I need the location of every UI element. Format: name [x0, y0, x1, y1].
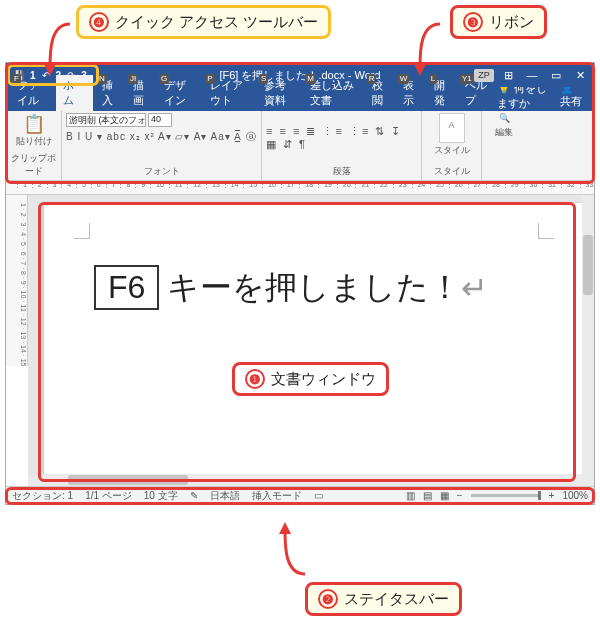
spellcheck-icon[interactable]: ✎: [190, 490, 198, 501]
status-insert-mode[interactable]: 挿入モード: [252, 489, 302, 503]
ribbon-group-paragraph: ≡ ≡ ≡ ≣ ⋮≡ ⋮≡ ⇅ ↧ ▦ ⇵ ¶ 段落: [262, 111, 422, 180]
callout-number-4: ❹: [89, 12, 109, 32]
status-page[interactable]: 1/1 ページ: [85, 489, 132, 503]
word-window: 💾1 ↶2 ↷3 [F6] を押しました！.docx - Word ZP ⊞ —…: [5, 62, 595, 505]
maximize-icon[interactable]: ▭: [546, 69, 566, 82]
ribbon: 📋 貼り付け クリップボード 游明朝 (本文のフォント - 日本語 40 B I…: [6, 111, 594, 181]
tab-review[interactable]: R校閲: [365, 75, 394, 111]
vertical-scrollbar[interactable]: [582, 195, 594, 486]
callout-ribbon: ❸ リボン: [450, 5, 547, 39]
view-read-icon[interactable]: ▥: [406, 490, 415, 501]
tab-insert[interactable]: N挿入: [95, 75, 124, 111]
callout-doc: ❶ 文書ウィンドウ: [232, 362, 389, 396]
body-text: キーを押しました！: [167, 266, 461, 310]
group-label-paragraph: 段落: [266, 163, 417, 180]
ribbon-tabs: Fファイル ホーム N挿入 JI描画 Gデザイン Pレイアウト S参考資料 M差…: [6, 87, 594, 111]
font-name-combo[interactable]: 游明朝 (本文のフォント - 日本語: [66, 113, 146, 127]
macro-record-icon[interactable]: ▭: [314, 490, 323, 501]
ribbon-group-font: 游明朝 (本文のフォント - 日本語 40 B I U ▾ abc x₂ x² …: [62, 111, 262, 180]
tab-layout[interactable]: Pレイアウト: [203, 75, 255, 111]
font-size-combo[interactable]: 40: [148, 113, 172, 127]
ribbon-options-icon[interactable]: ⊞: [498, 69, 518, 82]
callout-number-2: ❷: [318, 589, 338, 609]
tab-developer[interactable]: L開発: [427, 75, 456, 111]
zoom-slider[interactable]: [471, 494, 541, 497]
tab-view[interactable]: W表示: [396, 75, 425, 111]
paragraph-mark: ↵: [461, 269, 488, 307]
crop-mark: [74, 223, 90, 239]
callout-qat: ❹ クイック アクセス ツールバー: [76, 5, 331, 39]
callout-label-3: リボン: [489, 13, 534, 32]
svg-marker-0: [44, 64, 56, 76]
tab-mailings[interactable]: M差し込み文書: [303, 75, 362, 111]
ribbon-group-style: A スタイル スタイル: [422, 111, 482, 180]
ribbon-group-edit: 🔍 編集: [482, 111, 526, 180]
paste-label: 貼り付け: [16, 135, 52, 148]
callout-number-3: ❸: [463, 12, 483, 32]
view-print-icon[interactable]: ▤: [423, 490, 432, 501]
horizontal-ruler[interactable]: ⋮ 1 ⋮ 2 ⋮ 3 ⋮ 4 ⋮ 5 ⋮ 6 ⋮ 7 ⋮ 8 ⋮ 9 ⋮ 10…: [6, 181, 594, 195]
find-icon[interactable]: 🔍: [499, 113, 510, 123]
zoom-out-icon[interactable]: −: [457, 490, 463, 501]
document-area[interactable]: F6 キーを押しました！ ↵: [28, 195, 594, 486]
tab-help[interactable]: Y1ヘルプ: [458, 75, 495, 111]
view-web-icon[interactable]: ▦: [440, 490, 449, 501]
group-label-font: フォント: [66, 163, 257, 180]
tab-draw[interactable]: JI描画: [126, 75, 155, 111]
paragraph-tools[interactable]: ≡ ≡ ≡ ≣ ⋮≡ ⋮≡ ⇅ ↧ ▦ ⇵ ¶: [266, 125, 417, 151]
tab-home[interactable]: ホーム: [56, 75, 93, 111]
zoom-in-icon[interactable]: +: [549, 490, 555, 501]
callout-label-1: 文書ウィンドウ: [271, 370, 376, 389]
tab-file[interactable]: Fファイル: [10, 75, 54, 111]
callout-number-1: ❶: [245, 369, 265, 389]
styles-gallery[interactable]: A: [439, 113, 465, 143]
arrow-status: [275, 522, 315, 579]
scroll-thumb[interactable]: [68, 475, 188, 485]
svg-marker-1: [414, 64, 426, 76]
paste-icon[interactable]: 📋: [23, 113, 45, 135]
status-words[interactable]: 10 文字: [144, 489, 178, 503]
arrow-qat: [40, 22, 80, 79]
crop-mark: [538, 223, 554, 239]
close-icon[interactable]: ✕: [570, 69, 590, 82]
group-label-clipboard: クリップボード: [10, 150, 57, 180]
callout-label-4: クイック アクセス ツールバー: [115, 13, 318, 32]
callout-status: ❷ ステイタスバー: [305, 582, 462, 616]
callout-label-2: ステイタスバー: [344, 590, 449, 609]
status-language[interactable]: 日本語: [210, 489, 240, 503]
tab-design[interactable]: Gデザイン: [157, 75, 201, 111]
scroll-thumb[interactable]: [583, 235, 593, 295]
font-tools[interactable]: B I U ▾ abc x₂ x² A▾ ▱▾ A▾ Aa▾ A̲̅ ⓐ: [66, 130, 257, 144]
page[interactable]: F6 キーを押しました！ ↵: [44, 203, 584, 486]
horizontal-scrollbar[interactable]: [28, 474, 582, 486]
zoom-level[interactable]: 100%: [562, 490, 588, 501]
tab-references[interactable]: S参考資料: [257, 75, 301, 111]
document-body[interactable]: F6 キーを押しました！ ↵: [94, 265, 544, 310]
status-section[interactable]: セクション: 1: [12, 489, 73, 503]
group-label-style: スタイル: [426, 163, 477, 180]
status-bar: セクション: 1 1/1 ページ 10 文字 ✎ 日本語 挿入モード ▭ ▥ ▤…: [6, 486, 594, 504]
minimize-icon[interactable]: —: [522, 69, 542, 82]
key-box: F6: [94, 265, 159, 310]
ribbon-group-clipboard: 📋 貼り付け クリップボード: [6, 111, 62, 180]
arrow-ribbon: [410, 22, 450, 79]
svg-marker-2: [279, 522, 291, 534]
vertical-ruler[interactable]: 1 · 2 · 3 · 4 · 5 · 6 · 7 · 8 · 9 · 10 ·…: [6, 195, 28, 366]
